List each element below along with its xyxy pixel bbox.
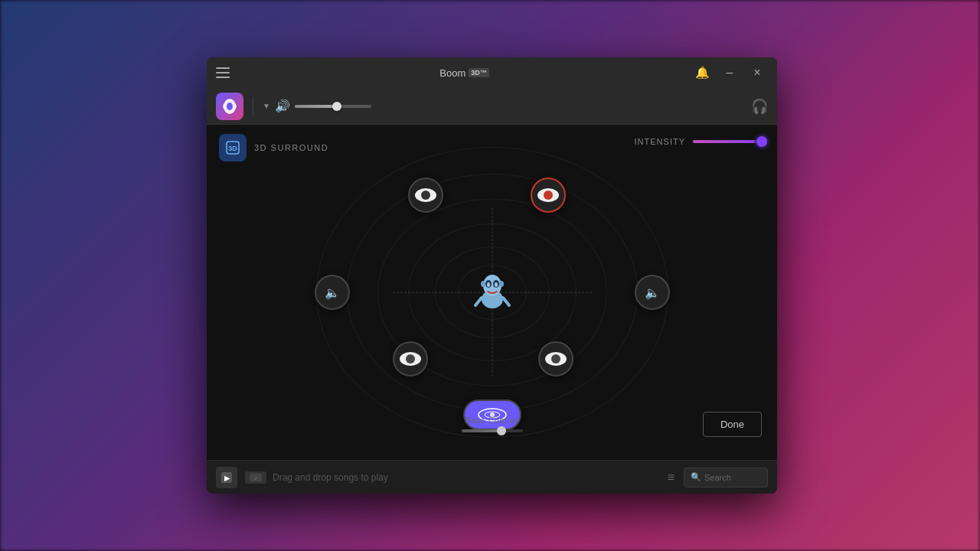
sort-button[interactable]: ≡ <box>665 468 678 487</box>
bass-thumb[interactable] <box>497 426 506 435</box>
search-box[interactable]: 🔍 Search <box>684 468 768 487</box>
surround-visualization: 🔈 🔈 <box>207 125 777 460</box>
character-icon <box>471 267 514 313</box>
speaker-front-left[interactable] <box>408 178 443 213</box>
search-icon: 🔍 <box>691 472 701 482</box>
intensity-thumb[interactable] <box>756 136 767 147</box>
bottom-logo-icon: ▶ <box>220 471 233 484</box>
speaker-right[interactable]: 🔈 <box>635 275 670 310</box>
minimize-icon: – <box>727 66 733 80</box>
svg-point-1 <box>227 103 233 110</box>
intensity-fill <box>693 140 755 143</box>
svg-point-11 <box>499 281 504 287</box>
speaker-circle-rear-right <box>538 341 573 377</box>
volume-group: ▼ 🔊 <box>263 99 371 113</box>
intensity-label: INTENSITY <box>635 137 685 146</box>
circles-container: 🔈 🔈 <box>309 139 676 445</box>
speaker-circle-rear-left <box>393 341 428 377</box>
volume-thumb[interactable] <box>332 102 341 111</box>
volume-icon: 🔊 <box>275 99 290 113</box>
speaker-circle-front-left <box>408 178 443 213</box>
toolbar-separator <box>253 97 253 116</box>
eye-icon-rear-right <box>545 352 567 366</box>
app-title-text: Boom <box>439 67 466 79</box>
speaker-front-right[interactable] <box>531 178 566 213</box>
intensity-control: INTENSITY <box>635 137 762 146</box>
app-title: Boom 3D™ <box>237 67 691 79</box>
bottom-controls: ≡ 🔍 Search <box>665 468 768 487</box>
bottom-logo[interactable]: ▶ <box>216 467 237 488</box>
bass-control: Bass Control <box>462 416 523 432</box>
eye-icon-rear-left <box>400 352 421 366</box>
done-button[interactable]: Done <box>703 412 762 437</box>
surround-header: 3D 3D SURROUND <box>219 134 328 161</box>
close-button[interactable]: × <box>746 62 768 83</box>
title-bar: Boom 3D™ 🔔 – × <box>207 57 777 88</box>
surround-label: 3D SURROUND <box>254 143 328 152</box>
bass-label: Bass Control <box>466 416 518 425</box>
eye-icon-front-right <box>537 188 559 202</box>
volume-fill <box>295 105 337 108</box>
bass-slider[interactable] <box>462 429 523 432</box>
app-logo[interactable] <box>216 93 243 120</box>
main-content: 3D 3D SURROUND INTENSITY <box>207 125 777 460</box>
3d-surround-icon: 3D <box>224 139 241 156</box>
volume-left-icon: 🔈 <box>325 285 340 300</box>
svg-point-8 <box>487 282 490 287</box>
speaker-left[interactable]: 🔈 <box>315 275 350 310</box>
speaker-rear-left[interactable] <box>393 341 428 377</box>
headphone-icon[interactable]: 🎧 <box>751 98 768 115</box>
toolbar: ▼ 🔊 🎧 <box>207 88 777 125</box>
intensity-slider[interactable] <box>693 140 762 143</box>
volume-right-icon: 🔈 <box>645 285 660 300</box>
volume-slider[interactable] <box>295 105 371 108</box>
drop-area[interactable]: ♪ Drag and drop songs to play <box>245 471 657 484</box>
app-window: Boom 3D™ 🔔 – × ▼ 🔊 <box>207 57 777 494</box>
speaker-circle-right: 🔈 <box>635 275 670 310</box>
drag-drop-text: Drag and drop songs to play <box>273 472 388 483</box>
search-placeholder: Search <box>704 473 731 482</box>
surround-icon[interactable]: 3D <box>219 134 247 161</box>
dropdown-arrow-icon[interactable]: ▼ <box>263 102 270 110</box>
svg-line-12 <box>475 298 482 305</box>
bottom-bar: ▶ ♪ Drag and drop songs to play ≡ 🔍 Sear… <box>207 460 777 494</box>
pupil-front-left <box>421 191 430 200</box>
pupil-front-right <box>544 191 553 200</box>
minimize-button[interactable]: – <box>719 62 740 83</box>
music-icon: ♪ <box>249 473 263 482</box>
music-file-icon: ♪ <box>245 471 266 484</box>
notifications-button[interactable]: 🔔 <box>691 62 713 83</box>
svg-point-9 <box>495 282 498 287</box>
bass-fill <box>462 429 501 432</box>
menu-button[interactable] <box>216 62 237 83</box>
pupil-rear-left <box>406 354 415 364</box>
close-icon: × <box>753 66 760 80</box>
pupil-rear-right <box>551 354 560 364</box>
svg-text:♪: ♪ <box>254 475 257 481</box>
logo-icon <box>221 98 238 115</box>
eye-icon-front-left <box>415 188 436 202</box>
svg-point-10 <box>481 281 485 287</box>
svg-text:3D: 3D <box>228 145 237 152</box>
speaker-circle-left: 🔈 <box>315 275 350 310</box>
center-character <box>469 267 515 313</box>
app-title-badge: 3D™ <box>469 68 489 77</box>
svg-line-13 <box>503 298 509 305</box>
speaker-circle-front-right <box>531 178 566 213</box>
svg-text:▶: ▶ <box>224 474 230 482</box>
speaker-rear-right[interactable] <box>538 341 573 377</box>
window-controls: 🔔 – × <box>691 62 768 83</box>
